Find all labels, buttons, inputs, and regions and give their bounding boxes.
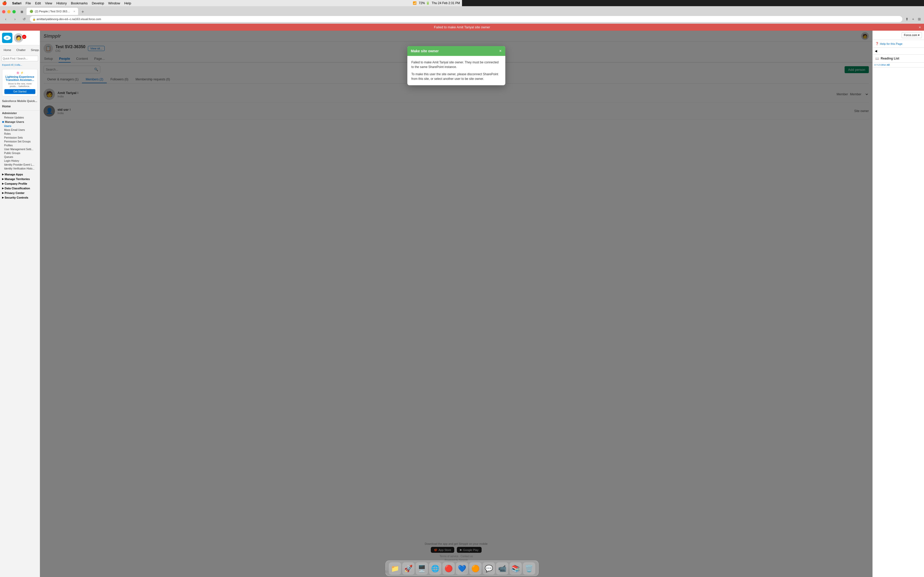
new-tab-btn[interactable]: + bbox=[80, 9, 86, 15]
wifi-icon: 📶 bbox=[413, 1, 417, 5]
modal-header: Make site owner × bbox=[407, 46, 462, 56]
error-message: Failed to make Amit Tariyal site owner bbox=[434, 25, 462, 29]
traffic-light-red[interactable] bbox=[2, 10, 5, 13]
traffic-light-yellow[interactable] bbox=[7, 10, 11, 13]
modal-body: Failed to make Amit Tariyal site owner. … bbox=[407, 56, 462, 85]
traffic-light-green[interactable] bbox=[12, 10, 16, 13]
profiles-link[interactable]: Profiles bbox=[0, 143, 40, 147]
identity-provider-link[interactable]: Identity Provider Event L... bbox=[0, 163, 40, 167]
menu-history[interactable]: History bbox=[56, 1, 66, 5]
menu-window[interactable]: Window bbox=[108, 1, 120, 5]
administer-header: Administer bbox=[0, 110, 40, 116]
sidebar-toggle[interactable]: ⊞ bbox=[19, 9, 25, 15]
svg-text:SF: SF bbox=[6, 37, 9, 39]
modal-body-text2: To make this user the site owner, please… bbox=[412, 72, 462, 81]
simppir-area: Simpplr 🧑 📋 Test SV2-36350 CIG View sit.… bbox=[40, 31, 462, 288]
identity-verification-link[interactable]: Identity Verification Histo... bbox=[0, 167, 40, 171]
menu-file[interactable]: File bbox=[26, 1, 31, 5]
lightning-desc: Move to the new, more produ... Salesforc… bbox=[4, 82, 36, 88]
browser-tab-active[interactable]: 🟢 (2) People | Test SV2-36350 - Simpplr … bbox=[27, 8, 78, 15]
sf-nav-chatter[interactable]: Chatter bbox=[14, 47, 27, 53]
tab-title: (2) People | Test SV2-36350 - Simpplr bbox=[35, 10, 71, 13]
sf-search-area[interactable] bbox=[0, 55, 40, 62]
sf-admin-section: Release Updates ◼ Manage Users Users Mas… bbox=[0, 116, 40, 171]
menu-view[interactable]: View bbox=[45, 1, 52, 5]
data-classification-link[interactable]: ▶ Data Classification bbox=[0, 186, 40, 191]
mobile-quick-label: Salesforce Mobile Quick... bbox=[0, 98, 40, 103]
sf-home-link[interactable]: Home bbox=[0, 103, 40, 109]
sf-search-input[interactable] bbox=[2, 56, 38, 61]
mac-menubar: 🍎 Safari File Edit View History Bookmark… bbox=[0, 0, 462, 6]
permission-sets-link[interactable]: Permission Sets bbox=[0, 136, 40, 140]
sf-nav-home[interactable]: Home bbox=[2, 47, 13, 53]
users-link[interactable]: Users bbox=[0, 124, 40, 128]
roles-link[interactable]: Roles bbox=[0, 132, 40, 136]
clock: Thu 24 Feb 2:31 PM bbox=[432, 1, 460, 5]
modal-title: Make site owner bbox=[411, 49, 439, 53]
manage-territories-link[interactable]: ▶ Manage Territories bbox=[0, 177, 40, 181]
sf-sidebar: SF 🧑 22 Home Chatter Simpp... bbox=[0, 31, 40, 288]
modal-overlay: Make site owner × Failed to make Amit Ta… bbox=[40, 31, 462, 288]
sf-logo: SF bbox=[2, 33, 12, 43]
queues-link[interactable]: Queues bbox=[0, 155, 40, 159]
login-history-link[interactable]: Login History bbox=[0, 159, 40, 163]
browser-toolbar: ‹ › ↺ 🔒 amittariyaldevorg-dev-ed--c.na16… bbox=[0, 15, 462, 24]
sf-lightning-box: 🌸⚡ Lightning Experience Transition Assis… bbox=[2, 69, 38, 96]
notification-badge: 22 bbox=[22, 35, 26, 39]
manage-apps-link[interactable]: ▶ Manage Apps bbox=[0, 172, 40, 177]
sf-logo-area: SF 🧑 22 bbox=[0, 31, 40, 45]
manage-users-parent[interactable]: ◼ Manage Users bbox=[0, 119, 40, 124]
error-banner: Failed to make Amit Tariyal site owner × bbox=[0, 24, 462, 31]
forward-button[interactable]: › bbox=[11, 16, 19, 22]
address-bar[interactable]: 🔒 amittariyaldevorg-dev-ed--c.na163.visu… bbox=[30, 16, 462, 22]
mass-email-link[interactable]: Mass Email Users bbox=[0, 128, 40, 132]
get-started-btn[interactable]: Get Started bbox=[4, 89, 36, 94]
lock-icon: 🔒 bbox=[32, 18, 36, 21]
browser-window: ⊞ 🟢 (2) People | Test SV2-36350 - Simppl… bbox=[0, 6, 462, 288]
menu-bookmarks[interactable]: Bookmarks bbox=[71, 1, 88, 5]
permission-set-groups-link[interactable]: Permission Set Groups bbox=[0, 140, 40, 143]
lightning-title: Lightning Experience Transition Assistan… bbox=[4, 75, 36, 81]
modal-body-text1: Failed to make Amit Tariyal site owner. … bbox=[412, 60, 462, 69]
public-groups-link[interactable]: Public Groups bbox=[0, 151, 40, 155]
make-site-owner-modal: Make site owner × Failed to make Amit Ta… bbox=[407, 46, 462, 85]
content-area: SF 🧑 22 Home Chatter Simpp... bbox=[0, 31, 462, 288]
battery-icon: 72% 🔋 bbox=[419, 1, 430, 5]
app-name[interactable]: Safari bbox=[12, 1, 21, 5]
back-button[interactable]: ‹ bbox=[2, 16, 9, 22]
user-avatar-sidebar: 🧑 bbox=[14, 33, 23, 42]
main-content: Simpplr 🧑 📋 Test SV2-36350 CIG View sit.… bbox=[40, 31, 462, 288]
security-controls-link[interactable]: ▶ Security Controls bbox=[0, 195, 40, 200]
manage-users-label: Manage Users bbox=[5, 120, 24, 123]
sf-expand-collapse[interactable]: Expand All | Colla... bbox=[0, 62, 40, 67]
menu-help[interactable]: Help bbox=[124, 1, 131, 5]
url-text: amittariyaldevorg-dev-ed--c.na163.visual… bbox=[37, 18, 101, 21]
company-profile-link[interactable]: ▶ Company Profile bbox=[0, 181, 40, 186]
release-updates-link[interactable]: Release Updates bbox=[0, 116, 40, 119]
tab-favicon: 🟢 bbox=[30, 10, 33, 13]
apple-menu[interactable]: 🍎 bbox=[2, 1, 7, 5]
sf-main-nav: Home Chatter Simpp... bbox=[0, 45, 40, 55]
user-management-link[interactable]: User Management Setti... bbox=[0, 147, 40, 151]
menu-develop[interactable]: Develop bbox=[92, 1, 104, 5]
sf-nav-simpplr[interactable]: Simpp... bbox=[29, 47, 40, 53]
menu-edit[interactable]: Edit bbox=[35, 1, 41, 5]
privacy-center-link[interactable]: ▶ Privacy Center bbox=[0, 191, 40, 195]
menubar-right: 📶 72% 🔋 Thu 24 Feb 2:31 PM bbox=[413, 1, 460, 5]
reload-button[interactable]: ↺ bbox=[21, 16, 28, 22]
tab-close-btn[interactable]: × bbox=[73, 10, 75, 13]
